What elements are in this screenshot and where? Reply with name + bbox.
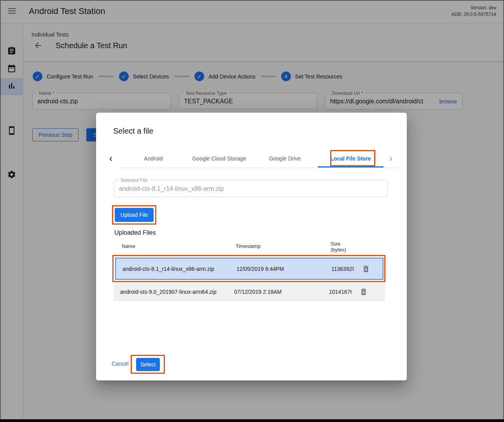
column-header-size: Size (bytes) <box>331 241 346 253</box>
tab-google-cloud-storage[interactable]: Google Cloud Storage <box>186 150 252 167</box>
file-name-cell: android-cts-8.1_r14-linux_x86-arm.zip <box>122 266 214 272</box>
table-row[interactable]: android-sts-9.0_201907-linux-arm64.zip 0… <box>114 282 385 301</box>
chevron-right-icon <box>387 155 395 163</box>
tabs-scroll-right-button[interactable] <box>383 150 399 168</box>
select-button[interactable]: Select <box>136 358 160 371</box>
selected-file-value: android-cts-8.1_r14-linux_x86-arm.zip <box>119 185 384 192</box>
active-tab-ink-bar <box>318 166 383 167</box>
dialog-title: Select a file <box>113 127 153 136</box>
size-cell: 101416764 <box>329 289 352 295</box>
select-file-dialog: Select a file Android Google Cloud Stora… <box>96 113 407 380</box>
column-header-size-line2: (bytes) <box>331 247 346 253</box>
size-cell: 113639298 <box>331 266 354 272</box>
cancel-button[interactable]: Cancel <box>112 357 129 370</box>
delete-file-button[interactable] <box>362 265 370 273</box>
delete-file-button[interactable] <box>359 288 368 296</box>
column-header-timestamp: Timestamp <box>236 243 261 249</box>
tab-google-drive[interactable]: Google Drive <box>252 150 318 167</box>
tab-android[interactable]: Android <box>121 150 186 167</box>
uploaded-files-title: Uploaded Files <box>114 229 156 236</box>
window-frame-bottom <box>0 419 504 422</box>
table-row-selected[interactable]: android-cts-8.1_r14-linux_x86-arm.zip 12… <box>115 258 383 280</box>
upload-file-button[interactable]: Upload File <box>115 208 154 222</box>
tabs-scroll-left-button[interactable] <box>103 150 119 168</box>
chevron-left-icon <box>107 155 115 163</box>
tab-bar: Android Google Cloud Storage Google Driv… <box>121 150 398 168</box>
trash-delete-icon <box>362 265 370 273</box>
column-header-size-line1: Size <box>331 241 346 247</box>
selected-file-label: Selected File <box>119 178 149 183</box>
timestamp-cell: 07/12/2019 2:18AM <box>234 289 282 295</box>
column-header-name: Name <box>122 243 135 249</box>
selected-file-field[interactable]: Selected File android-cts-8.1_r14-linux_… <box>114 180 388 197</box>
tab-local-file-store[interactable]: Local File Store <box>318 150 383 167</box>
timestamp-cell: 12/05/2019 6:44PM <box>236 266 284 272</box>
trash-delete-icon <box>359 288 368 296</box>
table-header: Name Timestamp Size (bytes) <box>115 241 383 256</box>
file-name-cell: android-sts-9.0_201907-linux-arm64.zip <box>120 289 216 295</box>
